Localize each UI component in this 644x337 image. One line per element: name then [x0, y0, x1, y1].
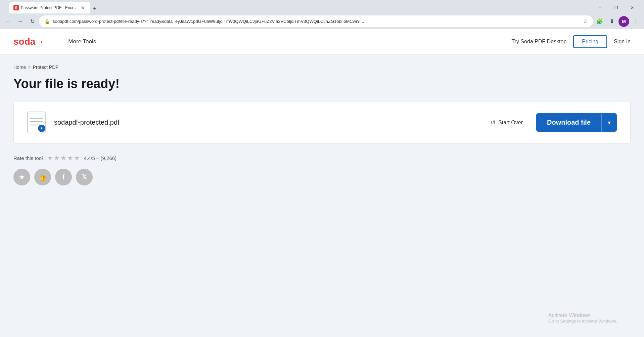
main-content: Home > Protect PDF Your file is ready! ✦	[0, 54, 644, 333]
extensions-button[interactable]: 🧩	[594, 16, 605, 27]
profile-button[interactable]: M	[618, 16, 629, 27]
breadcrumb: Home > Protect PDF	[13, 65, 631, 70]
close-button[interactable]: ✕	[625, 2, 640, 13]
star-3[interactable]: ★	[60, 154, 66, 162]
thumbs-up-button[interactable]: 👍	[34, 169, 51, 185]
tab-title: Password Protect PDF - Encryp...	[21, 5, 78, 10]
try-desktop-button[interactable]: Try Soda PDF Desktop	[511, 39, 566, 45]
star-badge-icon: ✦	[40, 126, 43, 131]
star-rating[interactable]: ★ ★ ★ ★ ★	[47, 154, 80, 162]
start-over-label: Start Over	[498, 120, 523, 126]
start-over-button[interactable]: ↺ Start Over	[484, 116, 530, 130]
reload-button[interactable]: ↻	[27, 16, 38, 27]
star-5[interactable]: ★	[74, 154, 80, 162]
star-1[interactable]: ★	[47, 154, 53, 162]
page-content: soda → More Tools Try Soda PDF Desktop P…	[0, 29, 644, 333]
lock-icon: 🔒	[44, 19, 50, 24]
file-card: ✦ sodapdf-protected.pdf ↺ Start Over Dow…	[13, 101, 631, 144]
star-2[interactable]: ★	[54, 154, 60, 162]
breadcrumb-current: Protect PDF	[33, 65, 58, 70]
url-bar[interactable]: 🔒 sodapdf.com/password-protect-pdf/file-…	[39, 15, 593, 27]
rating-label: Rate this tool	[13, 155, 43, 161]
back-button[interactable]: ←	[3, 16, 13, 27]
twitter-icon: 𝕏	[82, 173, 87, 181]
facebook-share-button[interactable]: f	[55, 169, 72, 185]
more-tools-button[interactable]: More Tools	[64, 36, 100, 48]
browser-chrome: S Password Protect PDF - Encryp... ✕ + −…	[0, 0, 644, 29]
forward-button[interactable]: →	[15, 16, 26, 27]
tab-favicon: S	[13, 5, 19, 10]
menu-button[interactable]: ⋮	[631, 16, 641, 27]
file-icon-wrap: ✦	[27, 112, 47, 133]
active-tab[interactable]: S Password Protect PDF - Encryp... ✕	[9, 2, 90, 13]
star-icon: ☆	[583, 18, 588, 25]
browser-titlebar: S Password Protect PDF - Encryp... ✕ + −…	[0, 0, 644, 13]
rate-star-button[interactable]: ★	[13, 169, 30, 185]
social-buttons: ★ 👍 f 𝕏	[13, 169, 631, 185]
window-controls: − ❐ ✕	[592, 2, 641, 13]
restore-button[interactable]: ❐	[608, 2, 624, 13]
address-bar: ← → ↻ 🔒 sodapdf.com/password-protect-pdf…	[0, 13, 644, 29]
tab-bar: S Password Protect PDF - Encryp... ✕ +	[7, 2, 591, 13]
pricing-button[interactable]: Pricing	[573, 35, 607, 48]
tab-close-button[interactable]: ✕	[80, 5, 86, 11]
file-star-badge: ✦	[38, 125, 45, 132]
start-over-icon: ↺	[491, 119, 496, 126]
nav-right: Try Soda PDF Desktop Pricing Sign In	[511, 35, 631, 48]
rating-value: 4.4/5 – (9,266)	[84, 155, 117, 161]
page-title: Your file is ready!	[13, 77, 631, 91]
download-file-label: Download file	[536, 113, 601, 132]
rate-star-icon: ★	[19, 173, 25, 181]
downloads-button[interactable]: ⬇	[606, 16, 617, 27]
thumbs-up-icon: 👍	[39, 173, 47, 181]
breadcrumb-separator: >	[28, 65, 31, 70]
file-name: sodapdf-protected.pdf	[54, 119, 477, 126]
download-dropdown-icon[interactable]: ▾	[601, 114, 617, 132]
url-text: sodapdf.com/password-protect-pdf/file-re…	[53, 19, 580, 24]
minimize-button[interactable]: −	[592, 2, 608, 13]
navbar: soda → More Tools Try Soda PDF Desktop P…	[0, 29, 644, 54]
download-file-button[interactable]: Download file ▾	[536, 113, 617, 132]
logo[interactable]: soda →	[13, 36, 44, 47]
twitter-share-button[interactable]: 𝕏	[76, 169, 93, 185]
breadcrumb-home[interactable]: Home	[13, 65, 26, 70]
rating-section: Rate this tool ★ ★ ★ ★ ★ 4.4/5 – (9,266)	[13, 154, 631, 162]
new-tab-button[interactable]: +	[90, 4, 99, 13]
facebook-icon: f	[62, 173, 65, 181]
logo-text: soda	[13, 36, 35, 47]
signin-button[interactable]: Sign In	[614, 39, 631, 45]
star-4[interactable]: ★	[67, 154, 73, 162]
logo-arrow: →	[36, 37, 44, 46]
